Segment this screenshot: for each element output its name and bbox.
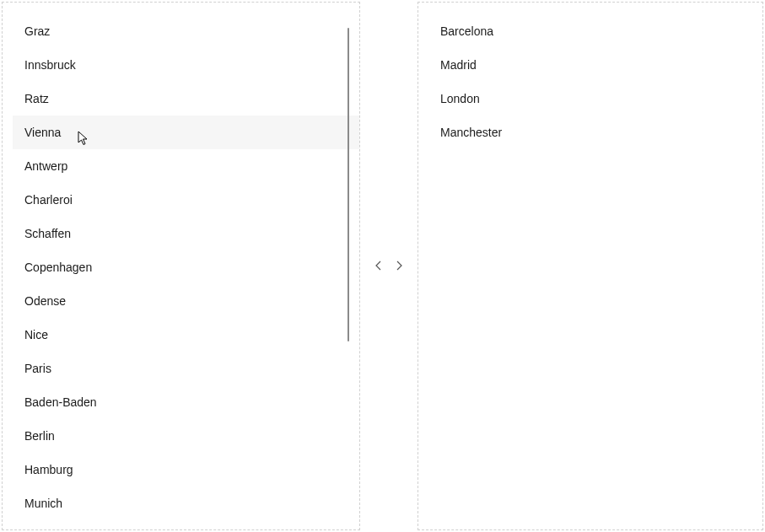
list-item-label: Nice — [24, 328, 48, 341]
list-item-label: Graz — [24, 24, 50, 38]
list-item[interactable]: Odense — [13, 284, 359, 318]
list-item-label: Vienna — [24, 126, 61, 139]
list-item[interactable]: Vienna — [13, 116, 359, 149]
chevron-left-icon — [374, 260, 384, 273]
move-left-button[interactable] — [372, 260, 385, 273]
list-item-label: Antwerp — [24, 159, 67, 173]
list-item-label: Schaffen — [24, 227, 71, 240]
list-item[interactable]: Charleroi — [13, 183, 359, 217]
list-item[interactable]: Schaffen — [13, 217, 359, 250]
list-item[interactable]: Antwerp — [13, 149, 359, 183]
list-item-label: Manchester — [440, 126, 502, 139]
list-item[interactable]: Madrid — [428, 48, 762, 82]
list-item-label: London — [440, 92, 480, 105]
list-item-label: Madrid — [440, 58, 477, 72]
list-item-label: Berlin — [24, 429, 55, 443]
list-item-label: Ratz — [24, 92, 49, 105]
list-item[interactable]: Munich — [13, 486, 359, 520]
destination-panel: BarcelonaMadridLondonManchester — [418, 2, 763, 530]
destination-list: BarcelonaMadridLondonManchester — [428, 3, 762, 161]
chevron-right-icon — [394, 260, 404, 273]
transfer-controls — [360, 0, 418, 532]
list-item[interactable]: Graz — [13, 14, 359, 48]
source-list: GrazInnsbruckRatzViennaAntwerpCharleroiS… — [13, 3, 359, 530]
list-item[interactable]: Barcelona — [428, 14, 762, 48]
list-item[interactable]: Copenhagen — [13, 250, 359, 284]
list-item-label: Innsbruck — [24, 58, 76, 72]
list-item-label: Baden-Baden — [24, 395, 97, 409]
dual-list-container: GrazInnsbruckRatzViennaAntwerpCharleroiS… — [0, 0, 765, 532]
list-item-label: Copenhagen — [24, 261, 92, 274]
list-item[interactable]: Innsbruck — [13, 48, 359, 82]
list-item[interactable]: London — [428, 82, 762, 116]
list-item-label: Munich — [24, 497, 62, 510]
list-item-label: Paris — [24, 362, 51, 375]
list-item[interactable]: Berlin — [13, 419, 359, 453]
list-item[interactable]: Manchester — [428, 116, 762, 149]
list-item[interactable]: Baden-Baden — [13, 385, 359, 419]
list-item[interactable]: Ratz — [13, 82, 359, 116]
list-item-label: Barcelona — [440, 24, 493, 38]
source-panel: GrazInnsbruckRatzViennaAntwerpCharleroiS… — [2, 2, 360, 530]
move-right-button[interactable] — [392, 260, 406, 273]
list-item[interactable]: Paris — [13, 352, 359, 385]
list-item[interactable]: Nice — [13, 318, 359, 352]
list-item-label: Charleroi — [24, 193, 73, 207]
list-item-label: Hamburg — [24, 463, 73, 476]
list-item-label: Odense — [24, 294, 66, 308]
scrollbar[interactable] — [347, 28, 349, 341]
list-item[interactable]: Hamburg — [13, 453, 359, 486]
